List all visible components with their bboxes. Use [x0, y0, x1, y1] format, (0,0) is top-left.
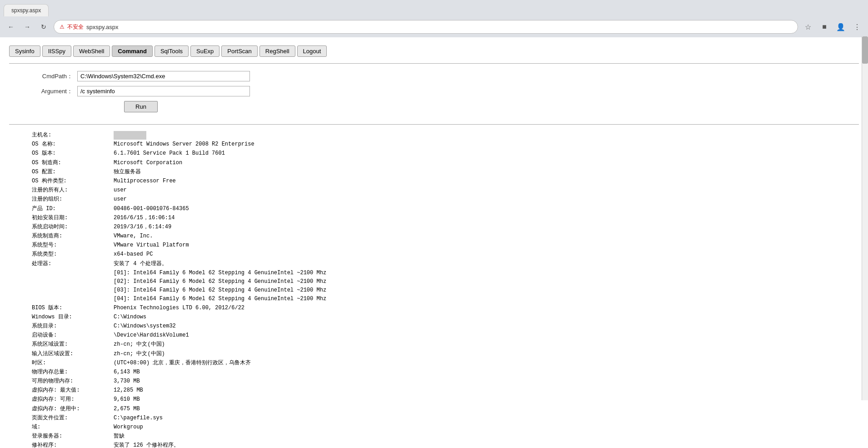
browser-toolbar: ← → ↻ ⚠ 不安全 spxspy.aspx ☆ ■ 👤 ⋮ [0, 16, 868, 37]
product-id-key: 产品 ID: [32, 205, 114, 213]
argument-label: Argument： [32, 87, 77, 96]
cmdpath-input[interactable] [77, 71, 250, 81]
sys-dir-val: C:\Windows\system32 [114, 322, 176, 331]
output-timezone: 时区: (UTC+08:00) 北京，重庆，香港特别行政区，乌鲁木齐 [32, 359, 836, 367]
extensions-button[interactable]: ■ [818, 20, 831, 33]
avail-mem-val: 3,730 MB [114, 377, 140, 386]
output-boot-time: 系统启动时间: 2019/3/16，6:14:49 [32, 223, 836, 232]
nav-regshell[interactable]: RegShell [259, 45, 295, 57]
output-processor-item-1: [01]: Intel64 Family 6 Model 62 Stepping… [32, 269, 836, 277]
output-owner: 注册的所有人: user [32, 186, 836, 195]
output-divider [9, 124, 859, 125]
domain-val: Workgroup [114, 423, 143, 432]
logon-server-key: 登录服务器: [32, 432, 114, 441]
output-sys-locale: 系统区域设置: zh-cn; 中文(中国) [32, 340, 836, 349]
output-processor-item-3: [03]: Intel64 Family 6 Model 62 Stepping… [32, 286, 836, 295]
url-text: spxspy.aspx [86, 24, 792, 30]
output-install-date: 初始安装日期: 2016/6/15，16:06:14 [32, 214, 836, 222]
output-os-manufacturer: OS 制造商: Microsoft Corporation [32, 159, 836, 167]
nav-suexp[interactable]: SuExp [190, 45, 219, 57]
org-val: user [114, 195, 127, 204]
bios-key: BIOS 版本: [32, 304, 114, 312]
argument-input[interactable] [77, 86, 250, 96]
owner-key: 注册的所有人: [32, 186, 114, 195]
security-icon: ⚠ [60, 24, 65, 30]
output-boot-device: 启动设备: \Device\HarddiskVolume1 [32, 331, 836, 340]
form-section: CmdPath： Argument： Run [5, 66, 350, 121]
org-key: 注册的组织: [32, 195, 114, 204]
output-processor-item-4: [04]: Intel64 Family 6 Model 62 Stepping… [32, 295, 836, 303]
output-section: 主机名: ██████████ OS 名称: Microsoft Windows… [5, 131, 863, 448]
scrollbar[interactable] [862, 36, 868, 400]
boot-device-val: \Device\HarddiskVolume1 [114, 331, 189, 340]
boot-device-key: 启动设备: [32, 331, 114, 340]
sys-locale-val: zh-cn; 中文(中国) [114, 340, 165, 349]
output-bios: BIOS 版本: Phoenix Technologies LTD 6.00, … [32, 304, 836, 312]
cmdpath-label: CmdPath： [32, 72, 77, 81]
virt-max-val: 12,285 MB [114, 386, 143, 395]
nav-sqltools[interactable]: SqlTools [155, 45, 189, 57]
output-avail-mem: 可用的物理内存: 3,730 MB [32, 377, 836, 386]
address-bar[interactable]: ⚠ 不安全 spxspy.aspx [54, 20, 798, 34]
timezone-key: 时区: [32, 359, 114, 367]
output-virt-used: 虚拟内存: 使用中: 2,675 MB [32, 405, 836, 413]
sys-model-key: 系统型号: [32, 241, 114, 250]
output-sys-manufacturer: 系统制造商: VMware, Inc. [32, 232, 836, 241]
windows-dir-val: C:\Windows [114, 313, 146, 322]
reload-button[interactable]: ↻ [37, 20, 50, 33]
os-build-key: OS 构件类型: [32, 177, 114, 186]
os-version-val: 6.1.7601 Service Pack 1 Build 7601 [114, 149, 225, 158]
output-os-name: OS 名称: Microsoft Windows Server 2008 R2 … [32, 140, 836, 149]
virt-avail-val: 9,610 MB [114, 395, 140, 404]
boot-time-val: 2019/3/16，6:14:49 [114, 223, 171, 232]
argument-row: Argument： [32, 86, 323, 96]
bookmark-button[interactable]: ☆ [802, 20, 814, 33]
virt-max-key: 虚拟内存: 最大值: [32, 386, 114, 395]
hostname-key: 主机名: [32, 131, 114, 140]
nav-iisspy[interactable]: IISSpy [42, 45, 71, 57]
virt-used-key: 虚拟内存: 使用中: [32, 405, 114, 413]
processor-key: 处理器: [32, 260, 114, 268]
sys-manufacturer-key: 系统制造商: [32, 232, 114, 241]
account-button[interactable]: 👤 [834, 20, 847, 33]
output-hotfix: 修补程序: 安装了 126 个修补程序。 [32, 441, 836, 448]
nav-portscan[interactable]: PortScan [221, 45, 257, 57]
install-date-key: 初始安装日期: [32, 214, 114, 222]
domain-key: 域: [32, 423, 114, 432]
sys-locale-key: 系统区域设置: [32, 340, 114, 349]
output-sys-model: 系统型号: VMware Virtual Platform [32, 241, 836, 250]
os-config-val: 独立服务器 [114, 168, 141, 176]
top-divider [9, 63, 859, 64]
nav-sysinfo[interactable]: Sysinfo [9, 45, 40, 57]
output-os-version: OS 版本: 6.1.7601 Service Pack 1 Build 760… [32, 149, 836, 158]
nav-webshell[interactable]: WebShell [73, 45, 110, 57]
back-button[interactable]: ← [5, 20, 17, 33]
install-date-val: 2016/6/15，16:06:14 [114, 214, 175, 222]
input-locale-val: zh-cn; 中文(中国) [114, 350, 165, 358]
scrollbar-thumb[interactable] [862, 36, 868, 64]
os-name-key: OS 名称: [32, 140, 114, 149]
output-virt-avail: 虚拟内存: 可用: 9,610 MB [32, 395, 836, 404]
page-content: Sysinfo IISSpy WebShell Command SqlTools… [0, 37, 868, 448]
cmdpath-row: CmdPath： [32, 71, 323, 81]
sys-type-val: x64-based PC [114, 250, 153, 259]
nav-logout[interactable]: Logout [297, 45, 327, 57]
sys-dir-key: 系统目录: [32, 322, 114, 331]
boot-time-key: 系统启动时间: [32, 223, 114, 232]
output-total-mem: 物理内存总量: 6,143 MB [32, 368, 836, 377]
os-version-key: OS 版本: [32, 149, 114, 158]
output-os-build: OS 构件类型: Multiprocessor Free [32, 177, 836, 186]
sys-type-key: 系统类型: [32, 250, 114, 259]
nav-command[interactable]: Command [112, 45, 153, 57]
os-manufacturer-key: OS 制造商: [32, 159, 114, 167]
nav-menu: Sysinfo IISSpy WebShell Command SqlTools… [5, 42, 863, 60]
hotfix-key: 修补程序: [32, 441, 114, 448]
output-hostname: 主机名: ██████████ [32, 131, 836, 140]
output-os-config: OS 配置: 独立服务器 [32, 168, 836, 176]
menu-button[interactable]: ⋮ [851, 20, 863, 33]
run-button[interactable]: Run [124, 101, 158, 112]
windows-dir-key: Windows 目录: [32, 313, 114, 322]
browser-tab[interactable]: spxspy.aspx [4, 4, 49, 16]
forward-button[interactable]: → [21, 20, 34, 33]
output-windows-dir: Windows 目录: C:\Windows [32, 313, 836, 322]
